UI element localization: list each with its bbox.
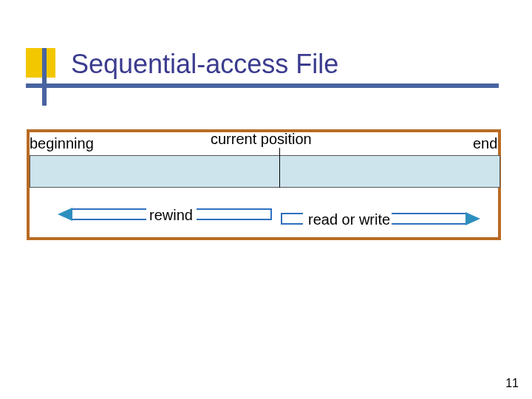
current-position-marker: [279, 148, 280, 188]
label-end: end: [473, 135, 497, 152]
label-beginning: beginning: [30, 135, 94, 152]
title-ornament: [26, 48, 55, 103]
ornament-vertical-bar: [42, 48, 47, 106]
arrow-left-icon: [58, 208, 72, 221]
ornament-horizontal-bar: [26, 83, 499, 88]
arrow-right-icon: [466, 212, 480, 225]
label-current-position: current position: [211, 131, 312, 148]
ornament-square: [26, 48, 55, 78]
slide-title: Sequential-access File: [71, 49, 338, 80]
page-number: 11: [505, 377, 519, 390]
file-tape: [30, 155, 500, 188]
label-read-or-write: read or write: [308, 211, 390, 228]
label-rewind: rewind: [149, 207, 193, 224]
